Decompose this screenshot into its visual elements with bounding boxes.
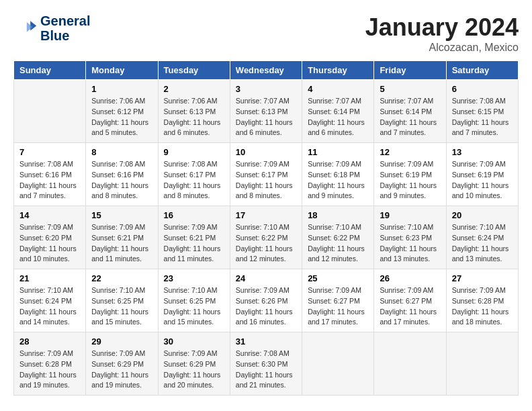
calendar-cell: 15Sunrise: 7:09 AMSunset: 6:21 PMDayligh… bbox=[86, 206, 158, 269]
day-info: Sunrise: 7:07 AMSunset: 6:14 PMDaylight:… bbox=[308, 96, 368, 138]
calendar-cell: 1Sunrise: 7:06 AMSunset: 6:12 PMDaylight… bbox=[86, 80, 158, 143]
col-saturday: Saturday bbox=[446, 61, 518, 80]
col-monday: Monday bbox=[86, 61, 158, 80]
day-number: 4 bbox=[308, 84, 368, 94]
calendar-cell: 19Sunrise: 7:10 AMSunset: 6:23 PMDayligh… bbox=[374, 206, 446, 269]
day-info: Sunrise: 7:06 AMSunset: 6:13 PMDaylight:… bbox=[164, 96, 224, 138]
day-number: 15 bbox=[91, 210, 152, 220]
day-number: 7 bbox=[19, 147, 80, 157]
day-number: 26 bbox=[380, 273, 440, 283]
day-number: 10 bbox=[236, 147, 296, 157]
day-number: 12 bbox=[380, 147, 440, 157]
day-info: Sunrise: 7:09 AMSunset: 6:19 PMDaylight:… bbox=[380, 159, 440, 201]
calendar-cell: 2Sunrise: 7:06 AMSunset: 6:13 PMDaylight… bbox=[158, 80, 230, 143]
calendar-body: 1Sunrise: 7:06 AMSunset: 6:12 PMDaylight… bbox=[14, 80, 519, 396]
calendar-cell: 27Sunrise: 7:09 AMSunset: 6:28 PMDayligh… bbox=[446, 269, 518, 332]
logo-icon bbox=[13, 16, 38, 40]
day-number: 21 bbox=[19, 273, 80, 283]
day-number: 11 bbox=[308, 147, 368, 157]
day-number: 30 bbox=[164, 336, 224, 347]
day-number: 8 bbox=[91, 147, 152, 157]
calendar-cell: 7Sunrise: 7:08 AMSunset: 6:16 PMDaylight… bbox=[14, 143, 86, 206]
calendar-cell: 22Sunrise: 7:10 AMSunset: 6:25 PMDayligh… bbox=[86, 269, 158, 332]
day-info: Sunrise: 7:09 AMSunset: 6:28 PMDaylight:… bbox=[19, 349, 80, 391]
calendar-table: Sunday Monday Tuesday Wednesday Thursday… bbox=[13, 60, 519, 396]
day-info: Sunrise: 7:09 AMSunset: 6:21 PMDaylight:… bbox=[91, 222, 152, 265]
col-sunday: Sunday bbox=[14, 61, 86, 80]
logo: General Blue bbox=[13, 13, 90, 43]
calendar-cell: 17Sunrise: 7:10 AMSunset: 6:22 PMDayligh… bbox=[230, 206, 302, 269]
day-info: Sunrise: 7:09 AMSunset: 6:27 PMDaylight:… bbox=[308, 285, 368, 328]
day-number: 29 bbox=[91, 336, 152, 347]
calendar-cell: 13Sunrise: 7:09 AMSunset: 6:19 PMDayligh… bbox=[446, 143, 518, 206]
col-friday: Friday bbox=[374, 61, 446, 80]
calendar-cell: 23Sunrise: 7:10 AMSunset: 6:25 PMDayligh… bbox=[158, 269, 230, 332]
day-info: Sunrise: 7:10 AMSunset: 6:25 PMDaylight:… bbox=[164, 285, 224, 328]
day-number: 9 bbox=[164, 147, 224, 157]
day-info: Sunrise: 7:10 AMSunset: 6:25 PMDaylight:… bbox=[91, 285, 152, 328]
day-number: 14 bbox=[19, 210, 80, 220]
day-number: 20 bbox=[452, 210, 513, 220]
calendar-cell bbox=[374, 332, 446, 396]
day-info: Sunrise: 7:09 AMSunset: 6:29 PMDaylight:… bbox=[164, 349, 224, 391]
location-title: Alcozacan, Mexico bbox=[365, 42, 519, 54]
day-number: 27 bbox=[452, 273, 513, 283]
calendar-cell: 3Sunrise: 7:07 AMSunset: 6:13 PMDaylight… bbox=[230, 80, 302, 143]
day-number: 19 bbox=[380, 210, 440, 220]
day-info: Sunrise: 7:10 AMSunset: 6:22 PMDaylight:… bbox=[236, 222, 296, 265]
title-block: January 2024 Alcozacan, Mexico bbox=[365, 13, 519, 54]
calendar-cell: 18Sunrise: 7:10 AMSunset: 6:22 PMDayligh… bbox=[302, 206, 374, 269]
day-number: 3 bbox=[236, 84, 296, 94]
calendar-cell: 20Sunrise: 7:10 AMSunset: 6:24 PMDayligh… bbox=[446, 206, 518, 269]
week-row-1: 1Sunrise: 7:06 AMSunset: 6:12 PMDaylight… bbox=[14, 80, 519, 143]
day-info: Sunrise: 7:07 AMSunset: 6:13 PMDaylight:… bbox=[236, 96, 296, 138]
calendar-cell: 21Sunrise: 7:10 AMSunset: 6:24 PMDayligh… bbox=[14, 269, 86, 332]
day-info: Sunrise: 7:08 AMSunset: 6:15 PMDaylight:… bbox=[452, 96, 513, 138]
calendar-cell: 16Sunrise: 7:09 AMSunset: 6:21 PMDayligh… bbox=[158, 206, 230, 269]
day-info: Sunrise: 7:09 AMSunset: 6:28 PMDaylight:… bbox=[452, 285, 513, 328]
month-title: January 2024 bbox=[365, 13, 519, 42]
day-number: 1 bbox=[91, 84, 152, 94]
calendar-header: Sunday Monday Tuesday Wednesday Thursday… bbox=[14, 61, 519, 80]
calendar-cell: 12Sunrise: 7:09 AMSunset: 6:19 PMDayligh… bbox=[374, 143, 446, 206]
week-row-5: 28Sunrise: 7:09 AMSunset: 6:28 PMDayligh… bbox=[14, 332, 519, 396]
day-info: Sunrise: 7:08 AMSunset: 6:16 PMDaylight:… bbox=[91, 159, 152, 201]
page-header: General Blue January 2024 Alcozacan, Mex… bbox=[13, 13, 519, 54]
calendar-cell: 26Sunrise: 7:09 AMSunset: 6:27 PMDayligh… bbox=[374, 269, 446, 332]
day-info: Sunrise: 7:09 AMSunset: 6:19 PMDaylight:… bbox=[452, 159, 513, 201]
day-number: 16 bbox=[164, 210, 224, 220]
day-number: 22 bbox=[91, 273, 152, 283]
col-wednesday: Wednesday bbox=[230, 61, 302, 80]
calendar-cell: 10Sunrise: 7:09 AMSunset: 6:17 PMDayligh… bbox=[230, 143, 302, 206]
calendar-cell: 14Sunrise: 7:09 AMSunset: 6:20 PMDayligh… bbox=[14, 206, 86, 269]
day-info: Sunrise: 7:09 AMSunset: 6:26 PMDaylight:… bbox=[236, 285, 296, 328]
day-info: Sunrise: 7:08 AMSunset: 6:16 PMDaylight:… bbox=[19, 159, 80, 201]
day-info: Sunrise: 7:10 AMSunset: 6:22 PMDaylight:… bbox=[308, 222, 368, 265]
calendar-cell: 30Sunrise: 7:09 AMSunset: 6:29 PMDayligh… bbox=[158, 332, 230, 396]
logo-text: General Blue bbox=[40, 13, 90, 43]
day-info: Sunrise: 7:09 AMSunset: 6:17 PMDaylight:… bbox=[236, 159, 296, 201]
day-number: 25 bbox=[308, 273, 368, 283]
calendar-cell bbox=[14, 80, 86, 143]
week-row-2: 7Sunrise: 7:08 AMSunset: 6:16 PMDaylight… bbox=[14, 143, 519, 206]
week-row-3: 14Sunrise: 7:09 AMSunset: 6:20 PMDayligh… bbox=[14, 206, 519, 269]
day-info: Sunrise: 7:10 AMSunset: 6:23 PMDaylight:… bbox=[380, 222, 440, 265]
calendar-cell: 25Sunrise: 7:09 AMSunset: 6:27 PMDayligh… bbox=[302, 269, 374, 332]
day-info: Sunrise: 7:09 AMSunset: 6:21 PMDaylight:… bbox=[164, 222, 224, 265]
day-number: 6 bbox=[452, 84, 513, 94]
calendar-cell bbox=[302, 332, 374, 396]
calendar-cell: 6Sunrise: 7:08 AMSunset: 6:15 PMDaylight… bbox=[446, 80, 518, 143]
week-row-4: 21Sunrise: 7:10 AMSunset: 6:24 PMDayligh… bbox=[14, 269, 519, 332]
day-number: 13 bbox=[452, 147, 513, 157]
header-row: Sunday Monday Tuesday Wednesday Thursday… bbox=[14, 61, 519, 80]
day-number: 17 bbox=[236, 210, 296, 220]
day-number: 31 bbox=[236, 336, 296, 347]
day-info: Sunrise: 7:07 AMSunset: 6:14 PMDaylight:… bbox=[380, 96, 440, 138]
col-tuesday: Tuesday bbox=[158, 61, 230, 80]
day-info: Sunrise: 7:10 AMSunset: 6:24 PMDaylight:… bbox=[452, 222, 513, 265]
day-number: 23 bbox=[164, 273, 224, 283]
day-info: Sunrise: 7:09 AMSunset: 6:27 PMDaylight:… bbox=[380, 285, 440, 328]
day-info: Sunrise: 7:09 AMSunset: 6:20 PMDaylight:… bbox=[19, 222, 80, 265]
calendar-cell: 24Sunrise: 7:09 AMSunset: 6:26 PMDayligh… bbox=[230, 269, 302, 332]
calendar-cell: 31Sunrise: 7:08 AMSunset: 6:30 PMDayligh… bbox=[230, 332, 302, 396]
